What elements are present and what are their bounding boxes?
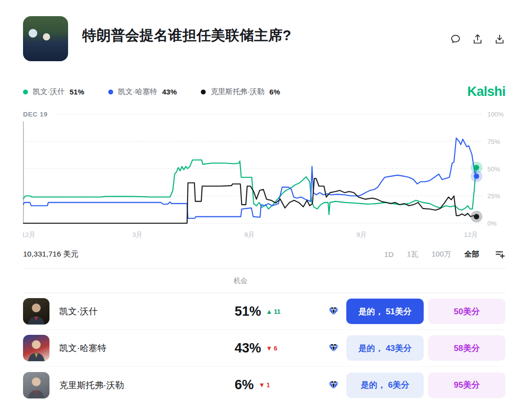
range-selector: 1D 1瓦 100万 全部 [384,249,505,259]
table-row-waller: 克里斯托弗·沃勒 6% ▼1 是的， 6美分 95美分 [23,367,505,403]
market-header: 特朗普会提名谁担任美联储主席? [23,16,505,61]
kalshi-logo: Kalshi [467,84,505,99]
buy-no-button[interactable]: 50美分 [428,299,505,324]
range-1m[interactable]: 100万 [432,250,451,259]
gem-icon[interactable] [329,381,338,390]
svg-text:100%: 100% [487,111,504,118]
svg-text:DEC 19: DEC 19 [23,111,48,118]
legend-dot-green [23,90,28,94]
change-badge: ▼1 [259,381,270,389]
gem-icon[interactable] [329,344,338,352]
range-all[interactable]: 全部 [464,250,479,259]
svg-text:12月: 12月 [464,231,478,238]
buy-no-button[interactable]: 58美分 [428,335,505,361]
legend-label: 凯文·哈塞特 [118,87,157,96]
table-header-row: 机会 [23,269,505,293]
range-1w[interactable]: 1瓦 [407,250,418,259]
market-page: 特朗普会提名谁担任美联储主席? 凯文·沃什 51% 凯文·哈塞特 43 [0,0,529,403]
change-badge: ▼6 [266,345,277,352]
outcome-pct: 6% [235,377,254,393]
page-title: 特朗普会提名谁担任美联储主席? [82,26,450,46]
table-row-hassett: 凯文·哈塞特 43% ▼6 是的， 43美分 58美分 [23,330,505,367]
legend-item-waller[interactable]: 克里斯托弗·沃勒 6% [201,87,280,96]
legend-value: 51% [70,88,84,96]
outcome-name: 凯文·哈塞特 [59,342,235,354]
pct-block: 6% ▼1 [235,377,329,393]
legend-item-hassett[interactable]: 凯文·哈塞特 43% [108,87,177,96]
comment-icon[interactable] [450,33,461,45]
change-arrow: ▼ [266,345,272,352]
legend-item-warsh[interactable]: 凯文·沃什 51% [23,87,84,96]
legend-value: 43% [162,88,177,96]
volume-text: 10,331,716 美元 [23,249,384,259]
buy-yes-button[interactable]: 是的， 43美分 [346,335,424,361]
share-icon[interactable] [472,33,483,45]
legend-dot-blue [108,90,113,94]
change-arrow: ▲ [266,308,272,315]
svg-text:0%: 0% [487,220,497,227]
chart-legend: 凯文·沃什 51% 凯文·哈塞特 43% 克里斯托弗·沃勒 6% [23,87,467,96]
avatar [23,298,49,325]
pct-block: 43% ▼6 [235,341,329,356]
svg-text:75%: 75% [487,138,500,145]
outcome-name: 克里斯托弗·沃勒 [59,379,235,391]
table-row-warsh: 凯文·沃什 51% ▲11 是的， 51美分 50美分 [23,293,505,330]
buy-yes-button[interactable]: 是的， 51美分 [346,299,424,324]
outcome-name: 凯文·沃什 [59,305,235,317]
svg-text:12月: 12月 [23,231,36,238]
change-badge: ▲11 [266,308,281,315]
svg-text:50%: 50% [487,165,500,173]
volume-row: 10,331,716 美元 1D 1瓦 100万 全部 [23,249,505,259]
legend-label: 凯文·沃什 [33,87,65,96]
legend-value: 6% [269,88,280,96]
legend-dot-black [201,90,206,94]
svg-text:3月: 3月 [132,231,143,238]
pct-block: 51% ▲11 [235,304,329,319]
legend-row: 凯文·沃什 51% 凯文·哈塞特 43% 克里斯托弗·沃勒 6% Kalshi [23,84,505,99]
avatar [23,335,49,361]
svg-text:25%: 25% [487,192,500,200]
market-image [23,16,68,61]
chance-column-header: 机会 [234,277,247,285]
buy-no-button[interactable]: 95美分 [428,373,505,398]
outcomes-table: 机会 凯文·沃什 51% ▲11 是的， 51美分 50美分 凯文·哈塞特 43… [23,268,505,403]
outcome-pct: 51% [235,304,261,319]
compare-add-icon[interactable] [495,249,505,259]
avatar [23,372,49,398]
header-actions [450,33,505,45]
price-chart-svg: 100%75%50%25%0%DEC 1912月3月6月9月12月 [23,111,505,241]
svg-text:6月: 6月 [244,231,255,238]
svg-text:9月: 9月 [357,231,367,238]
download-icon[interactable] [494,33,505,45]
buy-yes-button[interactable]: 是的， 6美分 [346,373,424,398]
gem-icon[interactable] [329,307,338,316]
price-chart[interactable]: 100%75%50%25%0%DEC 1912月3月6月9月12月 [23,111,505,241]
outcome-pct: 43% [235,341,261,356]
legend-label: 克里斯托弗·沃勒 [211,87,264,96]
range-1d[interactable]: 1D [384,250,393,258]
change-arrow: ▼ [259,381,265,389]
